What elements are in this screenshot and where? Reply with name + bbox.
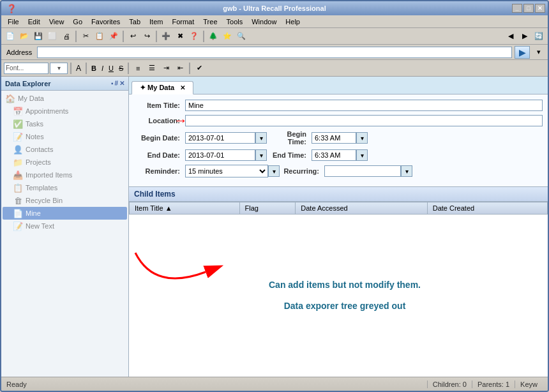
tree-item-mydata[interactable]: 🏠 My Data xyxy=(3,92,127,105)
indent-btn[interactable]: ⇥ xyxy=(160,62,172,75)
tab-close-icon[interactable]: ✕ xyxy=(180,84,185,91)
bold-btn[interactable]: B xyxy=(89,64,98,72)
print-button[interactable]: 🖨 xyxy=(60,30,73,43)
menu-item[interactable]: Item xyxy=(146,17,167,27)
tree-item-tasks[interactable]: ✅ Tasks xyxy=(3,117,127,130)
redo-button[interactable]: ↪ xyxy=(140,30,153,43)
location-label: Location: xyxy=(134,117,185,124)
spell-btn[interactable]: ✔ xyxy=(193,62,206,75)
tree-item-label-mine: Mine xyxy=(26,209,41,217)
begin-time-input[interactable] xyxy=(312,132,356,144)
tree-item-label-appointments: Appointments xyxy=(26,107,68,115)
recurring-input[interactable] xyxy=(324,165,401,177)
tree-item-label-templates: Templates xyxy=(26,184,57,192)
sidebar-pin-button[interactable]: ▪ xyxy=(111,80,114,87)
col-item-title[interactable]: Item Title ▲ xyxy=(130,202,240,215)
fwd-button[interactable]: ▶ xyxy=(518,30,531,43)
maximize-button[interactable]: □ xyxy=(523,4,534,13)
col-date-accessed[interactable]: Date Accessed xyxy=(296,202,427,215)
tree-item-projects[interactable]: 📁 Projects xyxy=(3,156,127,169)
recurring-dropdown-btn[interactable]: ▾ xyxy=(401,165,412,177)
menu-format[interactable]: Format xyxy=(168,17,198,27)
delete-button[interactable]: ✖ xyxy=(174,30,186,43)
undo-button[interactable]: ↩ xyxy=(126,30,139,43)
menu-edit[interactable]: Edit xyxy=(24,17,44,27)
save-button[interactable]: 💾 xyxy=(32,30,45,43)
menu-favorites[interactable]: Favorites xyxy=(87,17,124,27)
reminder-select[interactable]: 15 minutes xyxy=(185,165,268,177)
separator1 xyxy=(75,31,77,42)
back-button[interactable]: ◀ xyxy=(504,30,517,43)
sidebar-close-button[interactable]: ✕ xyxy=(119,80,124,87)
italic-btn[interactable]: I xyxy=(100,64,105,72)
sidebar-expand-button[interactable]: # xyxy=(114,80,118,87)
cut-button[interactable]: ✂ xyxy=(79,30,92,43)
col-date-created[interactable]: Date Created xyxy=(427,202,547,215)
end-time-picker-btn[interactable]: ▾ xyxy=(356,149,368,161)
minimize-button[interactable]: _ xyxy=(512,4,522,13)
recurring-label: Recurring: xyxy=(280,167,324,175)
begin-date-label: Begin Date: xyxy=(134,134,185,142)
go-button[interactable]: ▶ xyxy=(515,46,530,59)
tree-item-newtext[interactable]: 📝 New Text xyxy=(3,220,127,232)
status-ready: Ready xyxy=(6,381,27,388)
sep-f1 xyxy=(70,63,71,74)
underline-btn[interactable]: U xyxy=(107,64,116,72)
reminder-dropdown-btn[interactable]: ▾ xyxy=(268,165,280,177)
tree-item-label-tasks: Tasks xyxy=(26,120,43,128)
tree-item-label-mydata: My Data xyxy=(18,94,44,102)
list-ol-btn[interactable]: ☰ xyxy=(146,62,158,75)
menu-tools[interactable]: Tools xyxy=(223,17,247,27)
tree-item-imported[interactable]: 📥 Imported Items xyxy=(3,169,127,181)
imported-icon: 📥 xyxy=(13,170,23,180)
window-title: gwb - Ultra Recall Professional xyxy=(223,4,326,12)
menu-go[interactable]: Go xyxy=(69,17,86,27)
end-date-picker-btn[interactable]: ▾ xyxy=(255,149,267,161)
location-input[interactable] xyxy=(185,115,543,126)
status-children: Children: 0 xyxy=(427,381,472,388)
add-button[interactable]: ➕ xyxy=(160,30,172,43)
strike-btn[interactable]: S xyxy=(117,64,125,72)
menu-window[interactable]: Window xyxy=(248,17,280,27)
annotation-line2: Data exporer tree greyed out xyxy=(167,298,522,314)
open-button[interactable]: 📂 xyxy=(18,30,31,43)
tree-item-templates[interactable]: 📋 Templates xyxy=(3,181,127,194)
paste-button[interactable]: 📌 xyxy=(107,30,120,43)
find-button[interactable]: 🔍 xyxy=(235,30,248,43)
tree-item-recyclebin[interactable]: 🗑 Recycle Bin xyxy=(3,194,127,207)
refresh-button[interactable]: 🔄 xyxy=(532,30,545,43)
menu-help[interactable]: Help xyxy=(282,17,304,27)
menu-tree[interactable]: Tree xyxy=(199,17,221,27)
status-parents: Parents: 1 xyxy=(472,381,515,388)
font-size-label: A xyxy=(74,64,83,73)
close-button[interactable]: ✕ xyxy=(535,4,545,13)
star-button[interactable]: ⭐ xyxy=(221,30,234,43)
begin-date-input[interactable] xyxy=(185,132,255,144)
tab-mydata[interactable]: ✦ My Data ✕ xyxy=(132,81,193,94)
tree-button[interactable]: 🌲 xyxy=(207,30,220,43)
list-ul-btn[interactable]: ≡ xyxy=(132,62,144,75)
tree-item-mine[interactable]: 📄 Mine xyxy=(3,207,127,220)
copy-button[interactable]: ⬜ xyxy=(46,30,59,43)
title-bar: ❓ gwb - Ultra Recall Professional _ □ ✕ xyxy=(1,1,548,15)
tree-item-appointments[interactable]: 📅 Appointments xyxy=(3,105,127,117)
new-button[interactable]: 📄 xyxy=(4,30,17,43)
col-flag[interactable]: Flag xyxy=(239,202,296,215)
tasks-icon: ✅ xyxy=(13,119,23,129)
address-dropdown[interactable]: ▾ xyxy=(532,46,545,59)
menu-tab[interactable]: Tab xyxy=(125,17,144,27)
end-time-input[interactable] xyxy=(312,149,356,161)
begin-time-picker-btn[interactable]: ▾ xyxy=(356,132,368,144)
address-bar: Address ▶ ▾ xyxy=(1,45,548,60)
item-title-input[interactable] xyxy=(185,100,543,111)
address-input[interactable] xyxy=(37,47,512,58)
help-button[interactable]: ❓ xyxy=(188,30,200,43)
tree-item-contacts[interactable]: 👤 Contacts xyxy=(3,143,127,156)
begin-date-picker-btn[interactable]: ▾ xyxy=(255,132,267,144)
end-date-input[interactable] xyxy=(185,149,255,161)
tree-item-notes[interactable]: 📝 Notes xyxy=(3,130,127,143)
copy2-button[interactable]: 📋 xyxy=(93,30,106,43)
menu-file[interactable]: File xyxy=(4,17,23,27)
outdent-btn[interactable]: ⇤ xyxy=(174,62,186,75)
menu-view[interactable]: View xyxy=(45,17,68,27)
